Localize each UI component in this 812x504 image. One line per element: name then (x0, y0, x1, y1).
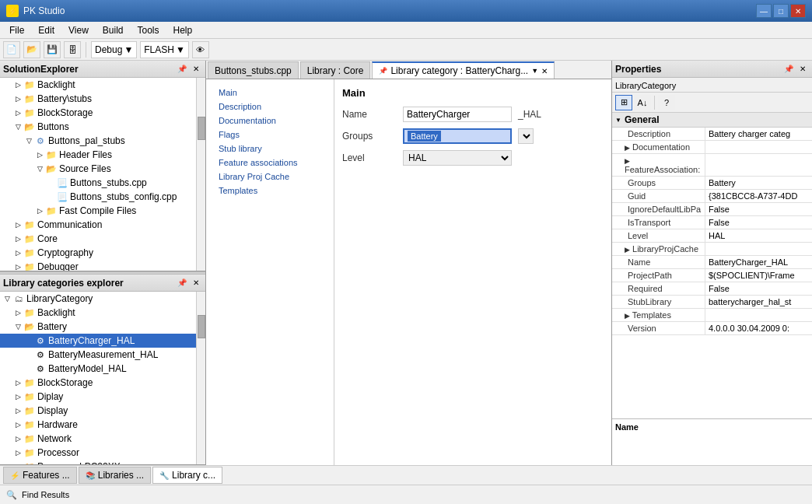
tree-item-buttons-stubs-cpp[interactable]: 📃 Buttons_stubs.cpp (0, 176, 205, 190)
prop-general-expand-icon[interactable]: ▼ (615, 117, 621, 124)
solution-explorer-tree[interactable]: ▷ 📁 Backlight ▷ 📁 Battery\stubs ▷ 📁 Bloc… (0, 78, 205, 271)
prop-feature-expand-icon[interactable]: ▶ (625, 157, 630, 165)
menu-tools[interactable]: Tools (131, 23, 166, 37)
nav-flags[interactable]: Flags (206, 128, 334, 142)
save-all-button[interactable]: 🗄 (64, 41, 81, 58)
maximize-button[interactable]: □ (773, 4, 789, 18)
tab-library-category[interactable]: 📌 Library category : BatteryCharg... ▼ ✕ (372, 61, 555, 79)
lib-tree-battery-model[interactable]: ⚙ BatteryModel_HAL (0, 362, 205, 376)
tree-item-buttons-pal-stubs[interactable]: ▽ ⚙ Buttons_pal_stubs (0, 134, 205, 148)
lc-scrollbar[interactable] (196, 292, 205, 464)
menu-file[interactable]: File (3, 23, 30, 37)
toggle-blockstorage[interactable]: ▷ (12, 107, 23, 118)
view-button[interactable]: 👁 (192, 41, 209, 58)
form-level-dropdown[interactable]: HAL (403, 150, 512, 166)
toggle-buttons[interactable]: ▽ (12, 121, 23, 132)
toggle-source-files[interactable]: ▽ (34, 163, 45, 174)
new-button[interactable]: 📄 (3, 41, 20, 58)
toggle-lib-root[interactable]: ▽ (2, 293, 12, 304)
tree-item-buttons-stubs-config-cpp[interactable]: 📃 Buttons_stubs_config.cpp (0, 190, 205, 204)
prop-name-templates[interactable]: ▶ Templates (612, 309, 705, 321)
save-button[interactable]: 💾 (44, 41, 61, 58)
toggle-lib-backlight[interactable]: ▷ (12, 307, 23, 318)
prop-help-btn[interactable]: ? (658, 95, 675, 110)
lib-tree-blockstorage[interactable]: ▷ 📁 BlockStorage (0, 376, 205, 390)
toggle-lib-blockstorage[interactable]: ▷ (12, 377, 23, 388)
toggle-buttons-pal-stubs[interactable]: ▽ (23, 135, 34, 146)
form-name-input[interactable] (403, 107, 512, 122)
toggle-cryptography[interactable]: ▷ (12, 247, 23, 258)
prop-templates-expand-icon[interactable]: ▶ (625, 312, 630, 320)
lib-tree-processor[interactable]: ▷ 📁 Processor (0, 446, 205, 460)
tree-item-buttons[interactable]: ▽ 📂 Buttons (0, 120, 205, 134)
lc-scrollbar-thumb[interactable] (198, 315, 205, 338)
open-button[interactable]: 📂 (23, 41, 40, 58)
minimize-button[interactable]: — (756, 4, 772, 18)
lib-tree-network[interactable]: ▷ 📁 Network (0, 432, 205, 446)
bottom-tab-features[interactable]: ⚡ Features ... (3, 467, 77, 484)
lc-close-button[interactable]: ✕ (190, 277, 202, 289)
toggle-communication[interactable]: ▷ (12, 219, 23, 230)
se-close-button[interactable]: ✕ (190, 63, 202, 75)
lib-tree-hardware[interactable]: ▷ 📁 Hardware (0, 418, 205, 432)
toggle-debugger[interactable]: ▷ (12, 261, 23, 271)
tree-item-source-files[interactable]: ▽ 📂 Source Files (0, 162, 205, 176)
lib-tree-battery-charger[interactable]: ⚙ BatteryCharger_HAL (0, 334, 205, 348)
lib-tree-processorlpc22xx[interactable]: ▷ 📁 ProcessorLPC22XX (0, 460, 205, 465)
toggle-lib-diplay[interactable]: ▷ (12, 391, 23, 402)
lib-tree-diplay[interactable]: ▷ 📁 Diplay (0, 390, 205, 404)
prop-sort-category-btn[interactable]: ⊞ (615, 95, 632, 110)
tree-item-backlight[interactable]: ▷ 📁 Backlight (0, 78, 205, 92)
nav-documentation[interactable]: Documentation (206, 114, 334, 128)
form-groups-dropdown[interactable] (518, 128, 534, 144)
prop-name-documentation[interactable]: ▶ Documentation (612, 141, 705, 153)
se-pin-button[interactable]: 📌 (176, 63, 188, 75)
menu-view[interactable]: View (62, 23, 95, 37)
menu-help[interactable]: Help (167, 23, 199, 37)
library-categories-tree[interactable]: ▽ 🗂 LibraryCategory ▷ 📁 Backlight ▽ 📂 Ba… (0, 292, 205, 465)
se-scrollbar-thumb[interactable] (198, 117, 205, 140)
prop-documentation-expand-icon[interactable]: ▶ (625, 144, 630, 152)
tree-item-fast-compile-files[interactable]: ▷ 📁 Fast Compile Files (0, 204, 205, 218)
tab-library-core[interactable]: Library : Core (300, 61, 371, 79)
prop-close-button[interactable]: ✕ (796, 63, 809, 75)
tree-item-blockstorage[interactable]: ▷ 📁 BlockStorage (0, 106, 205, 120)
nav-feature-associations[interactable]: Feature associations (206, 156, 334, 170)
nav-library-proj-cache[interactable]: Library Proj Cache (206, 170, 334, 184)
toggle-lib-processorlpc22xx[interactable]: ▷ (12, 461, 23, 465)
lc-pin-button[interactable]: 📌 (176, 277, 188, 289)
toggle-lib-battery[interactable]: ▽ (12, 321, 23, 332)
se-scrollbar[interactable] (196, 78, 205, 271)
tree-item-core[interactable]: ▷ 📁 Core (0, 232, 205, 246)
toggle-core[interactable]: ▷ (12, 233, 23, 244)
prop-name-feature-association[interactable]: ▶ FeatureAssociation: (612, 154, 705, 176)
debug-dropdown[interactable]: Debug ▼ (91, 41, 137, 58)
toggle-fast-compile-files[interactable]: ▷ (34, 205, 45, 216)
nav-templates[interactable]: Templates (206, 184, 334, 198)
prop-library-proj-expand-icon[interactable]: ▶ (625, 246, 630, 254)
bottom-tab-libraries[interactable]: 📚 Libraries ... (79, 467, 151, 484)
tree-item-battery-stubs[interactable]: ▷ 📁 Battery\stubs (0, 92, 205, 106)
nav-stub-library[interactable]: Stub library (206, 142, 334, 156)
tab-buttons-stubs[interactable]: Buttons_stubs.cpp (208, 61, 299, 79)
tree-item-header-files[interactable]: ▷ 📁 Header Files (0, 148, 205, 162)
lib-tree-backlight[interactable]: ▷ 📁 Backlight (0, 306, 205, 320)
close-button[interactable]: ✕ (790, 4, 806, 18)
lib-tree-battery-measurement[interactable]: ⚙ BatteryMeasurement_HAL (0, 348, 205, 362)
toggle-header-files[interactable]: ▷ (34, 149, 45, 160)
nav-description[interactable]: Description (206, 100, 334, 114)
prop-name-library-proj-cache[interactable]: ▶ LibraryProjCache (612, 243, 705, 255)
toggle-lib-hardware[interactable]: ▷ (12, 419, 23, 430)
toggle-backlight[interactable]: ▷ (12, 79, 23, 90)
lib-tree-root[interactable]: ▽ 🗂 LibraryCategory (0, 292, 205, 306)
tree-item-debugger[interactable]: ▷ 📁 Debugger (0, 260, 205, 271)
menu-build[interactable]: Build (96, 23, 130, 37)
form-groups-input[interactable]: Battery (403, 128, 512, 144)
menu-edit[interactable]: Edit (32, 23, 61, 37)
tab-overflow-arrow[interactable]: ▼ (531, 67, 538, 75)
lib-tree-battery[interactable]: ▽ 📂 Battery (0, 320, 205, 334)
tab-close-library-category[interactable]: ✕ (541, 67, 548, 75)
prop-pin-button[interactable]: 📌 (782, 63, 795, 75)
flash-dropdown[interactable]: FLASH ▼ (140, 41, 189, 58)
prop-sort-alpha-btn[interactable]: A↓ (634, 95, 651, 110)
